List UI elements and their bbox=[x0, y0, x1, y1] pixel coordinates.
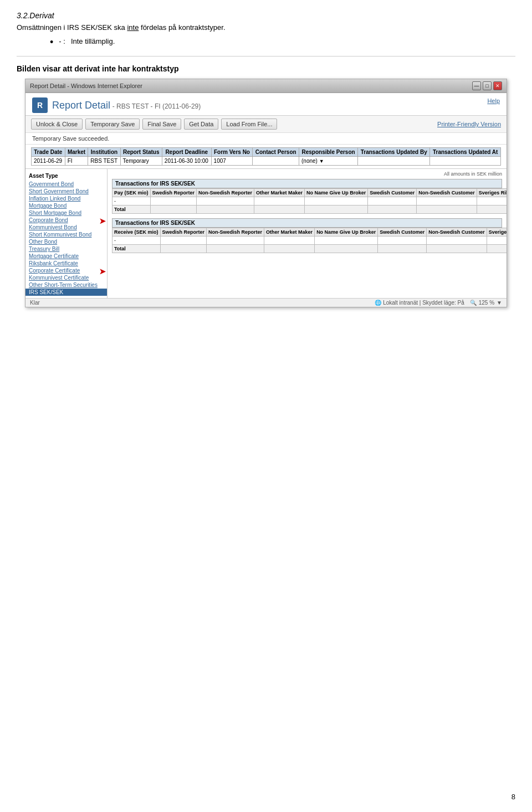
asset-item-corporate-bond[interactable]: ➤ Corporate Bond bbox=[25, 217, 107, 224]
asset-item-short-kommunivest-bond[interactable]: Short Kommunivest Bond bbox=[25, 231, 107, 238]
load-from-file-button[interactable]: Load From File... bbox=[221, 119, 277, 130]
report-logo-icon: R bbox=[32, 97, 48, 113]
statusbar-left: Klar bbox=[30, 300, 40, 306]
report-header: R Report Detail - RBS TEST - FI (2011-06… bbox=[25, 93, 507, 116]
asset-item-corporate-certificate[interactable]: ➤ Corporate Certificate bbox=[25, 267, 107, 274]
main-content: Asset Type Government Bond Short Governm… bbox=[25, 169, 507, 298]
receive-col-swedish-reporter: Swedish Reporter bbox=[160, 228, 207, 237]
pay-row-dash-c5 bbox=[368, 197, 417, 205]
cell-institution: RBS TEST bbox=[88, 157, 120, 166]
section-heading: Bilden visar att derivat inte har kontra… bbox=[17, 64, 515, 73]
pay-total-c1 bbox=[150, 205, 197, 214]
receive-col-no-name-give-up: No Name Give Up Broker bbox=[315, 228, 378, 237]
pay-total-c4 bbox=[305, 205, 368, 214]
close-button[interactable]: ✕ bbox=[493, 81, 502, 90]
asset-item-kommunivest-bond[interactable]: Kommunivest Bond bbox=[25, 224, 107, 231]
cell-trade-date: 2011-06-29 bbox=[32, 157, 65, 166]
globe-icon: 🌐 bbox=[375, 300, 381, 306]
receive-col-other-market-maker: Other Market Maker bbox=[264, 228, 315, 237]
col-tx-updated-by: Transactions Updated By bbox=[358, 148, 430, 157]
cell-contact bbox=[253, 157, 299, 166]
receive-col-non-swedish-reporter: Non-Swedish Reporter bbox=[207, 228, 264, 237]
asset-sidebar: Asset Type Government Bond Short Governm… bbox=[25, 169, 108, 298]
unlock-close-button[interactable]: Unlock & Close bbox=[31, 119, 83, 130]
maximize-button[interactable]: □ bbox=[483, 81, 492, 90]
asset-item-short-government-bond[interactable]: Short Government Bond bbox=[25, 188, 107, 195]
printer-friendly-link[interactable]: Printer-Friendly Version bbox=[437, 121, 501, 127]
temporary-save-button[interactable]: Temporary Save bbox=[85, 119, 140, 130]
receive-col-swedish-customer: Swedish Customer bbox=[378, 228, 427, 237]
asset-item-mortgage-bond[interactable]: Mortgage Bond bbox=[25, 202, 107, 209]
cell-responsible: (none) ▼ bbox=[299, 157, 358, 166]
pay-total-c3 bbox=[254, 205, 305, 214]
cell-deadline: 2011-06-30 10:00 bbox=[162, 157, 211, 166]
browser-title: Report Detail - Windows Internet Explore… bbox=[30, 83, 142, 89]
receive-total-c1 bbox=[160, 245, 207, 253]
asset-item-other-short-term[interactable]: Other Short-Term Securities bbox=[25, 281, 107, 289]
col-report-deadline: Report Deadline bbox=[162, 148, 211, 157]
pay-row-dash-c7 bbox=[477, 197, 507, 205]
asset-item-treasury-bill[interactable]: Treasury Bill bbox=[25, 245, 107, 253]
cell-tx-updated-at bbox=[430, 157, 501, 166]
cell-market: FI bbox=[65, 157, 88, 166]
pay-col-non-swedish-customer: Non-Swedish Customer bbox=[417, 189, 477, 197]
get-data-button[interactable]: Get Data bbox=[184, 119, 218, 130]
help-link[interactable]: Help bbox=[487, 97, 500, 104]
asset-item-irs-sek-sek[interactable]: IRS SEK/SEK bbox=[25, 289, 107, 296]
bullet-dot: • bbox=[50, 37, 53, 47]
zoom-chevron-icon[interactable]: ▼ bbox=[497, 300, 502, 306]
toolbar: Unlock & Close Temporary Save Final Save… bbox=[25, 116, 507, 133]
pay-col-no-name-give-up: No Name Give Up Broker bbox=[305, 189, 368, 197]
col-tx-updated-at: Transactions Updated At bbox=[430, 148, 501, 157]
bullet-label: - : bbox=[59, 37, 65, 47]
receive-total-c2 bbox=[207, 245, 264, 253]
doc-subtitle-paragraph: Omsättningen i IRS SEK/SEK ska inte förd… bbox=[17, 23, 515, 32]
info-table-header-row: Trade Date Market Institution Report Sta… bbox=[32, 148, 501, 157]
red-arrow-2: ➤ bbox=[99, 267, 106, 274]
toolbar-buttons: Unlock & Close Temporary Save Final Save… bbox=[31, 119, 277, 130]
receive-table: Receive (SEK mio) Swedish Reporter Non-S… bbox=[112, 228, 507, 253]
pay-row-dash-c1 bbox=[150, 197, 197, 205]
pay-table: Pay (SEK mio) Swedish Reporter Non-Swedi… bbox=[112, 188, 507, 214]
pay-table-header-row: Pay (SEK mio) Swedish Reporter Non-Swedi… bbox=[112, 189, 507, 197]
pay-row-dash-c2 bbox=[197, 197, 254, 205]
window-controls: — □ ✕ bbox=[472, 81, 502, 90]
zoom-icon: 🔍 bbox=[470, 300, 477, 306]
pay-row-dash-label: - bbox=[112, 197, 151, 205]
asset-item-inflation-linked-bond[interactable]: Inflation Linked Bond bbox=[25, 195, 107, 202]
cell-form-vers: 1007 bbox=[211, 157, 253, 166]
asset-item-riksbank-certificate[interactable]: Riksbank Certificate bbox=[25, 260, 107, 267]
red-arrow-1: ➤ bbox=[99, 217, 106, 224]
pay-total-label: Total bbox=[112, 205, 151, 214]
pay-col-non-swedish-reporter: Non-Swedish Reporter bbox=[197, 189, 254, 197]
info-table-data-row: 2011-06-29 FI RBS TEST Temporary 2011-06… bbox=[32, 157, 501, 166]
receive-col-non-swedish-customer: Non-Swedish Customer bbox=[427, 228, 487, 237]
final-save-button[interactable]: Final Save bbox=[142, 119, 181, 130]
asset-item-short-mortgage-bond[interactable]: Short Mortgage Bond bbox=[25, 209, 107, 217]
asset-type-header: Asset Type bbox=[25, 171, 107, 181]
asset-item-government-bond[interactable]: Government Bond bbox=[25, 181, 107, 188]
receive-table-header-row: Receive (SEK mio) Swedish Reporter Non-S… bbox=[112, 228, 507, 237]
info-table: Trade Date Market Institution Report Sta… bbox=[31, 147, 501, 166]
status-message: Temporary Save succeeded. bbox=[25, 133, 507, 145]
cell-report-status: Temporary bbox=[120, 157, 162, 166]
browser-statusbar: Klar 🌐 Lokalt intranät | Skyddet läge: P… bbox=[25, 298, 507, 307]
bullet-item: • - : Inte tillämplig. bbox=[50, 37, 515, 47]
receive-row-dash-c3 bbox=[264, 237, 315, 245]
asset-item-mortgage-certificate[interactable]: Mortgage Certificate bbox=[25, 253, 107, 260]
pay-total-c7 bbox=[477, 205, 507, 214]
receive-total-label: Total bbox=[112, 245, 161, 253]
asset-item-other-bond[interactable]: Other Bond bbox=[25, 238, 107, 245]
asset-item-kommunivest-certificate[interactable]: Kommunivest Certificate bbox=[25, 274, 107, 281]
pay-col-sveriges-riksbank: Sveriges Riksbank bbox=[477, 189, 507, 197]
report-title-block: Report Detail - RBS TEST - FI (2011-06-2… bbox=[52, 100, 201, 111]
col-report-status: Report Status bbox=[120, 148, 162, 157]
transaction-section-pay-title: Transactions for IRS SEK/SEK bbox=[112, 179, 502, 188]
pay-col-other-market-maker: Other Market Maker bbox=[254, 189, 305, 197]
report-title-sub: - RBS TEST - FI (2011-06-29) bbox=[112, 102, 201, 110]
transaction-section-pay: Transactions for IRS SEK/SEK Pay (SEK mi… bbox=[112, 179, 502, 214]
col-trade-date: Trade Date bbox=[32, 148, 65, 157]
minimize-button[interactable]: — bbox=[472, 81, 481, 90]
bullet-text: Inte tillämplig. bbox=[71, 37, 115, 47]
receive-total-c6 bbox=[427, 245, 487, 253]
